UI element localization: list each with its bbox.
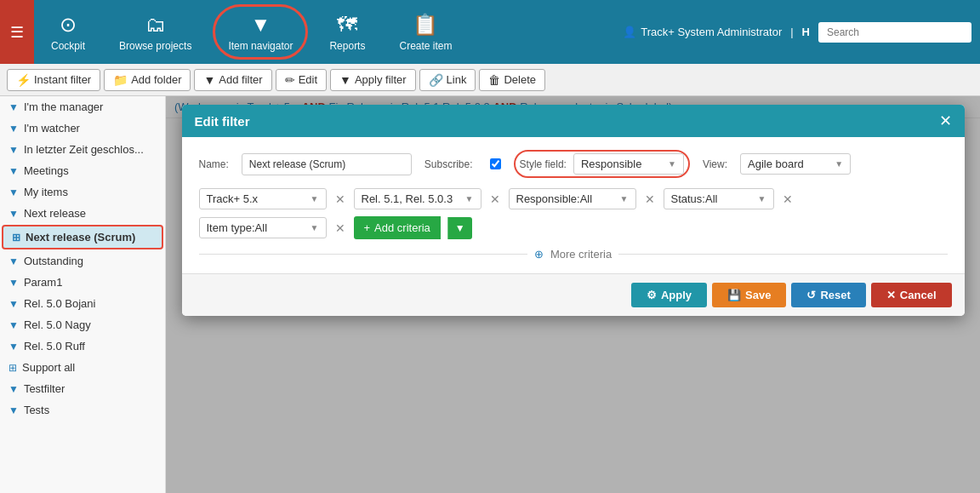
sidebar-item-label-rel50-bojani: Rel. 5.0 Bojani [24, 297, 96, 310]
navigator-icon: ▼ [251, 13, 271, 37]
sidebar-item-outstanding[interactable]: ▼ Outstanding [0, 250, 165, 272]
sidebar-item-im-watcher[interactable]: ▼ I'm watcher [0, 118, 165, 139]
save-button[interactable]: 💾 Save [712, 283, 786, 307]
filter-icon-rel50-bojani: ▼ [9, 298, 19, 310]
fix-release-remove-button[interactable]: ✕ [488, 192, 502, 206]
name-input[interactable] [242, 153, 412, 175]
add-folder-label: Add folder [131, 73, 181, 86]
topbar: ☰ ⊙ Cockpit 🗂 Browse projects ▼ Item nav… [0, 0, 980, 64]
filter-icon-outstanding: ▼ [9, 255, 19, 267]
sidebar-item-label-tests: Tests [24, 404, 49, 416]
edit-button[interactable]: ✏ Edit [276, 69, 327, 91]
filter-icon-im-watcher: ▼ [9, 123, 19, 135]
sidebar-item-next-release[interactable]: ▼ Next release [0, 203, 165, 224]
sidebar-item-tests[interactable]: ▼ Tests [0, 399, 165, 421]
more-criteria-plus-icon[interactable]: ⊕ [534, 248, 544, 261]
workspace-remove-button[interactable]: ✕ [333, 192, 347, 206]
navigator-label: Item navigator [228, 40, 293, 52]
nav-browse-projects[interactable]: 🗂 Browse projects [102, 0, 208, 64]
add-filter-button[interactable]: ▼ Add filter [194, 69, 271, 91]
menu-button[interactable]: ☰ [0, 0, 34, 64]
sidebar-item-meetings[interactable]: ▼ Meetings [0, 160, 165, 181]
sidebar-item-label-support-all: Support all [22, 361, 75, 374]
add-criteria-plus-icon: + [364, 221, 371, 234]
create-label: Create item [399, 40, 452, 52]
fix-release-select[interactable]: Rel. 5.1, Rel. 5.0.3 ▼ [354, 188, 481, 209]
style-field-select[interactable]: Responsible ▼ [573, 153, 684, 175]
style-field-group: Style field: Responsible ▼ [514, 150, 690, 178]
reset-button[interactable]: ↺ Reset [791, 283, 865, 307]
sidebar-item-im-manager[interactable]: ▼ I'm the manager [0, 96, 165, 118]
sidebar-item-label-my-items: My items [24, 186, 68, 198]
workspace-chevron: ▼ [311, 194, 319, 204]
style-field-chevron: ▼ [668, 159, 676, 169]
responsible-select[interactable]: Responsible:All ▼ [509, 188, 636, 209]
sidebar-item-support-all[interactable]: ⊞ Support all [0, 357, 165, 378]
responsible-value: Responsible:All [516, 192, 593, 205]
sidebar-item-next-release-scrum[interactable]: ⊞ Next release (Scrum) [2, 225, 163, 249]
sidebar-item-my-items[interactable]: ▼ My items [0, 181, 165, 203]
modal-close-button[interactable]: ✕ [939, 113, 952, 129]
link-label: Link [447, 73, 467, 86]
sidebar-item-testfilter[interactable]: ▼ Testfilter [0, 378, 165, 399]
content-area: (Workspace is Track+ 5.x AND Fix Release… [166, 96, 980, 493]
add-folder-button[interactable]: 📁 Add folder [104, 69, 191, 91]
instant-filter-label: Instant filter [34, 73, 91, 86]
filter-icon-meetings: ▼ [9, 165, 19, 177]
fix-release-value: Rel. 5.1, Rel. 5.0.3 [362, 192, 453, 205]
add-criteria-button[interactable]: + Add criteria [354, 216, 441, 239]
save-icon: 💾 [727, 289, 741, 301]
subscribe-checkbox[interactable] [490, 158, 501, 169]
filter-icon-testfilter: ▼ [9, 383, 19, 395]
view-label: View: [703, 158, 727, 170]
filter-icon-my-items: ▼ [9, 186, 19, 198]
sidebar: ▼ I'm the manager ▼ I'm watcher ▼ In let… [0, 96, 166, 493]
menu-icon: ☰ [10, 23, 24, 42]
responsible-remove-button[interactable]: ✕ [643, 192, 657, 206]
sidebar-item-param1[interactable]: ▼ Param1 [0, 272, 165, 293]
sidebar-item-label-im-watcher: I'm watcher [24, 122, 80, 135]
cockpit-icon: ⊙ [60, 13, 77, 37]
delete-button[interactable]: 🗑 Delete [479, 69, 545, 91]
cancel-button[interactable]: ✕ Cancel [871, 283, 952, 307]
more-criteria-left-line [199, 254, 527, 255]
criteria-row-1: Track+ 5.x ▼ ✕ Rel. 5.1, Rel. 5.0.3 ▼ ✕ … [199, 188, 948, 209]
instant-filter-button[interactable]: ⚡ Instant filter [7, 69, 100, 91]
item-type-remove-button[interactable]: ✕ [333, 221, 347, 235]
nav-item-navigator[interactable]: ▼ Item navigator [213, 4, 308, 60]
sidebar-item-label-rel50-ruff: Rel. 5.0 Ruff [24, 340, 85, 353]
nav-reports[interactable]: 🗺 Reports [312, 0, 382, 64]
link-button[interactable]: 🔗 Link [419, 69, 476, 91]
apply-filter-button[interactable]: ▼ Apply filter [330, 69, 416, 91]
reports-label: Reports [329, 40, 365, 52]
add-criteria-dropdown-button[interactable]: ▼ [447, 217, 472, 239]
nav-cockpit[interactable]: ⊙ Cockpit [34, 0, 102, 64]
search-input[interactable] [818, 22, 971, 43]
workspace-select[interactable]: Track+ 5.x ▼ [199, 188, 327, 209]
style-field-label: Style field: [520, 158, 567, 170]
filter-icon-tests: ▼ [9, 404, 19, 416]
item-type-chevron: ▼ [311, 223, 319, 232]
sidebar-item-rel50-nagy[interactable]: ▼ Rel. 5.0 Nagy [0, 314, 165, 335]
cockpit-label: Cockpit [51, 40, 85, 52]
more-criteria-label: More criteria [550, 248, 612, 261]
delete-icon: 🗑 [488, 73, 500, 87]
apply-button[interactable]: ⚙ Apply [631, 283, 707, 307]
filter-icon-next-release: ▼ [9, 208, 19, 220]
sidebar-item-in-letzter[interactable]: ▼ In letzter Zeit geschlos... [0, 139, 165, 160]
browse-label: Browse projects [119, 40, 191, 52]
responsible-chevron: ▼ [620, 194, 629, 204]
sidebar-item-label-rel50-nagy: Rel. 5.0 Nagy [24, 318, 91, 331]
filter-icon-rel50-nagy: ▼ [9, 319, 19, 331]
add-folder-icon: 📁 [113, 73, 128, 87]
nav-create-item[interactable]: 📋 Create item [382, 0, 469, 64]
sidebar-item-label-next-release-scrum: Next release (Scrum) [26, 231, 135, 244]
sidebar-item-rel50-bojani[interactable]: ▼ Rel. 5.0 Bojani [0, 293, 165, 314]
sidebar-item-rel50-ruff[interactable]: ▼ Rel. 5.0 Ruff [0, 335, 165, 357]
view-select[interactable]: Agile board ▼ [740, 153, 851, 175]
status-select[interactable]: Status:All ▼ [664, 188, 774, 209]
user-label: Track+ System Administrator [641, 26, 782, 38]
item-type-select[interactable]: Item type:All ▼ [199, 217, 327, 238]
name-label: Name: [199, 158, 229, 170]
status-remove-button[interactable]: ✕ [781, 192, 795, 206]
